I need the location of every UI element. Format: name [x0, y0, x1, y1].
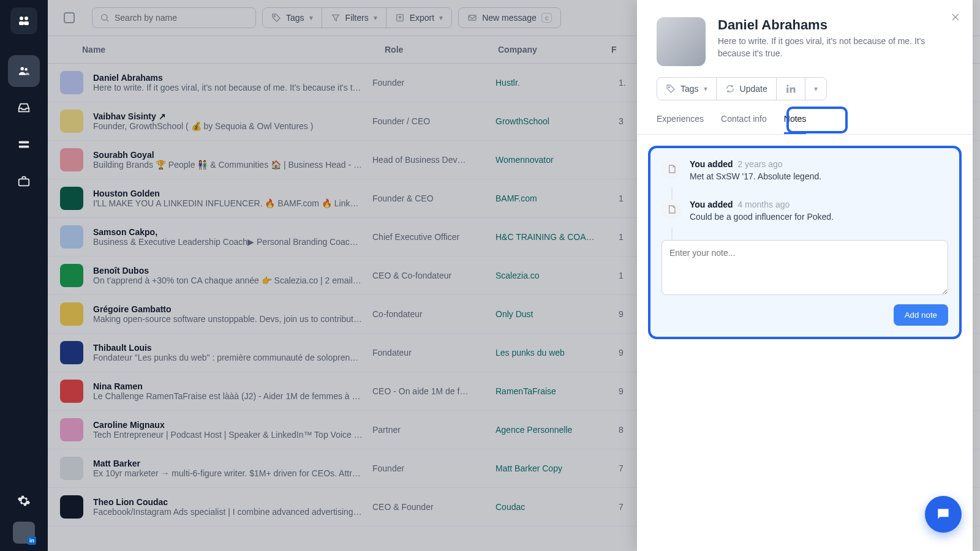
chat-icon [935, 506, 951, 522]
chevron-down-icon: ▾ [704, 84, 707, 93]
highlight-ring [786, 107, 848, 133]
nav-settings[interactable] [8, 485, 40, 517]
svg-point-1 [24, 17, 28, 20]
close-icon [949, 11, 962, 23]
svg-point-5 [24, 68, 28, 71]
sidebar-nav: in [0, 0, 48, 551]
user-avatar[interactable]: in [13, 522, 35, 544]
svg-point-15 [786, 84, 788, 86]
note-item: You added 4 months ago Could be a good i… [662, 200, 948, 222]
contact-bio: Here to write. If it goes viral, it's no… [718, 36, 953, 59]
note-time: 4 months ago [736, 200, 790, 209]
note-input[interactable] [662, 240, 948, 295]
note-item: You added 2 years ago Met at SxSW '17. A… [662, 159, 948, 181]
svg-rect-8 [19, 179, 29, 186]
note-thread-line [671, 228, 948, 240]
panel-tags-button[interactable]: Tags▾ [657, 78, 716, 100]
tag-icon [666, 84, 676, 94]
contact-avatar [657, 17, 706, 66]
note-author: You added [690, 200, 733, 209]
nav-pipelines[interactable] [8, 129, 40, 160]
chat-fab[interactable] [925, 496, 962, 533]
svg-point-0 [20, 17, 23, 20]
panel-more-button[interactable]: ▾ [805, 78, 826, 100]
svg-rect-6 [19, 141, 29, 144]
note-icon [662, 159, 681, 179]
note-time: 2 years ago [736, 159, 783, 169]
note-author: You added [690, 159, 733, 169]
note-text: Met at SxSW '17. Absolute legend. [690, 171, 821, 181]
panel-linkedin-button[interactable] [776, 78, 805, 100]
svg-rect-3 [24, 21, 29, 25]
contact-detail-panel: Daniel Abrahams Here to write. If it goe… [637, 0, 973, 551]
svg-rect-2 [19, 21, 24, 25]
nav-contacts[interactable] [8, 55, 40, 87]
note-icon [662, 200, 681, 219]
app-logo [10, 7, 37, 34]
contact-name: Daniel Abrahams [718, 17, 953, 33]
linkedin-badge-icon: in [28, 536, 36, 545]
tab-contact-info[interactable]: Contact info [721, 114, 767, 134]
refresh-icon [725, 84, 735, 94]
nav-inbox[interactable] [8, 92, 40, 124]
svg-point-13 [668, 86, 669, 88]
tab-experiences[interactable]: Experiences [657, 114, 704, 134]
close-button[interactable] [949, 11, 962, 26]
panel-update-button[interactable]: Update [716, 78, 776, 100]
chevron-down-icon: ▾ [814, 84, 818, 93]
nav-briefcase[interactable] [8, 165, 40, 197]
svg-rect-7 [19, 146, 29, 148]
svg-rect-14 [786, 88, 788, 93]
linkedin-icon [785, 83, 796, 94]
notes-section: You added 2 years ago Met at SxSW '17. A… [648, 146, 962, 339]
note-thread-line [671, 187, 948, 200]
note-text: Could be a good influencer for Poked. [690, 212, 834, 222]
svg-point-4 [21, 67, 24, 71]
add-note-button[interactable]: Add note [894, 304, 948, 326]
